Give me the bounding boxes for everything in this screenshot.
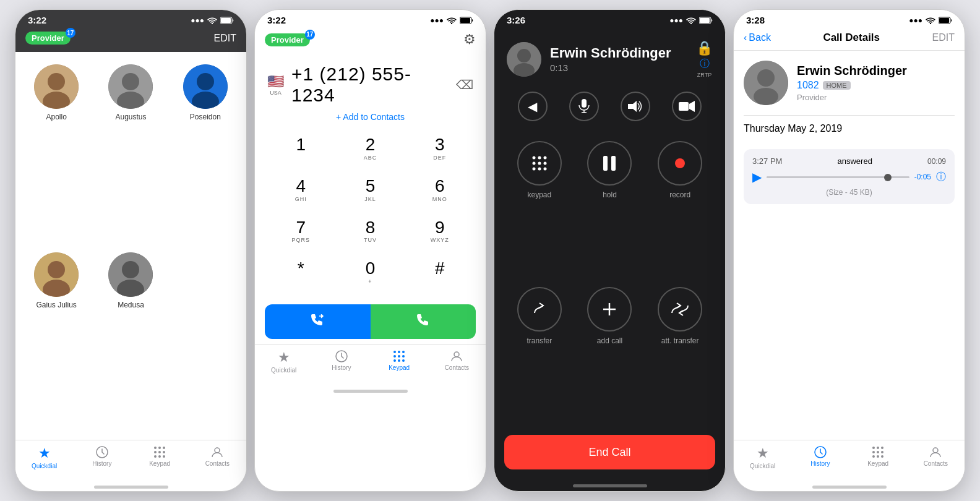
dial-key-2[interactable]: 2ABC xyxy=(337,129,403,168)
svg-point-77 xyxy=(881,447,883,449)
svg-point-36 xyxy=(393,355,396,358)
status-icons-2: ●●● xyxy=(430,16,473,25)
att-transfer-button[interactable]: att. transfer xyxy=(650,287,710,423)
list-item[interactable]: Apollo xyxy=(25,64,87,240)
keypad-button[interactable]: keypad xyxy=(509,141,570,277)
tab-label: Contacts xyxy=(445,364,469,371)
svg-point-0 xyxy=(212,22,213,24)
tab-quickdial-4[interactable]: ★ Quickdial xyxy=(734,445,791,469)
signal-icon: ●●● xyxy=(669,16,683,25)
edit-button[interactable]: EDIT xyxy=(214,33,236,44)
svg-point-43 xyxy=(690,22,692,24)
page-title: Call Details xyxy=(823,32,880,44)
svg-point-73 xyxy=(754,88,778,105)
recording-size: (Size - 45 KB) xyxy=(752,188,946,197)
keypad-label: keypad xyxy=(527,191,551,199)
end-call-button[interactable]: End Call xyxy=(504,435,715,469)
star-icon: ★ xyxy=(757,445,769,461)
screen1-header: Provider 17 EDIT xyxy=(15,28,246,52)
hold-button[interactable]: hold xyxy=(580,141,640,277)
transfer-button[interactable]: transfer xyxy=(509,287,570,423)
tab-bar-1: ★ Quickdial History Keypad Contacts xyxy=(15,440,246,482)
dial-key-0[interactable]: 0+ xyxy=(337,253,403,292)
caller-avatar xyxy=(507,42,541,77)
att-transfer-circle xyxy=(658,287,702,332)
speaker-button[interactable] xyxy=(621,92,650,121)
tab-quickdial[interactable]: ★ Quickdial xyxy=(15,445,73,469)
tab-bar-2: ★ Quickdial History Keypad Contacts xyxy=(255,344,486,386)
call-button[interactable] xyxy=(371,304,476,339)
tab-history-2[interactable]: History xyxy=(312,349,370,374)
tab-history[interactable]: History xyxy=(73,445,131,469)
contact-name: Augustus xyxy=(115,113,146,121)
dial-key-hash[interactable]: # xyxy=(406,253,473,292)
recording-header: 3:27 PM answered 00:09 xyxy=(752,156,946,166)
play-button[interactable]: ▶ xyxy=(752,169,762,184)
star-icon: ★ xyxy=(278,349,290,366)
provider-badge-2[interactable]: Provider 17 xyxy=(265,33,310,46)
recording-time: 3:27 PM xyxy=(752,156,782,166)
wifi-icon xyxy=(207,17,217,24)
wifi-icon xyxy=(686,17,696,24)
tab-keypad[interactable]: Keypad xyxy=(131,445,189,469)
dial-key-5[interactable]: 5JKL xyxy=(337,171,403,210)
status-time-3: 3:26 xyxy=(507,15,525,25)
tab-label: History xyxy=(332,364,351,371)
screen-keypad: 3:22 ●●● Provider 17 ⚙ 🇺🇸 USA +1 (212) 5… xyxy=(254,9,486,492)
spacer xyxy=(734,204,965,440)
screen-active-call: 3:26 ●●● Erwin Schrödinger 0:13 🔒 ⓘ ZRTP… xyxy=(494,9,726,492)
dial-key-8[interactable]: 8TUV xyxy=(337,212,403,251)
tab-quickdial-2[interactable]: ★ Quickdial xyxy=(255,349,312,374)
dial-key-1[interactable]: 1 xyxy=(267,129,334,168)
detail-info: Erwin Schrödinger 1082 HOME Provider xyxy=(797,64,955,102)
svg-point-42 xyxy=(454,352,459,357)
lock-icon: 🔒 xyxy=(696,40,713,56)
tab-contacts-4[interactable]: Contacts xyxy=(907,445,965,469)
progress-bar[interactable] xyxy=(767,176,909,178)
dial-key-6[interactable]: 6MNO xyxy=(406,171,473,210)
dial-key-3[interactable]: 3DEF xyxy=(406,129,473,168)
list-item[interactable]: Gaius Julius xyxy=(25,252,87,428)
add-call-button[interactable]: add call xyxy=(580,287,640,423)
list-item[interactable]: Medusa xyxy=(100,252,161,428)
call-action-buttons xyxy=(265,304,476,339)
gear-icon[interactable]: ⚙ xyxy=(463,32,476,48)
battery-icon xyxy=(699,17,713,24)
list-item[interactable]: Augustus xyxy=(100,64,161,240)
info-icon[interactable]: ⓘ xyxy=(936,171,946,184)
contacts-grid: Apollo Augustus Poseidon Gaius Julius Me… xyxy=(15,52,246,440)
tab-keypad-4[interactable]: Keypad xyxy=(849,445,907,469)
dial-key-9[interactable]: 9WXYZ xyxy=(406,212,473,251)
svg-point-20 xyxy=(158,447,161,449)
svg-point-37 xyxy=(398,355,400,358)
dial-key-7[interactable]: 7PQRS xyxy=(267,212,334,251)
screen4-header: ‹ Back Call Details EDIT xyxy=(734,28,965,51)
redial-button[interactable] xyxy=(265,304,371,339)
tab-contacts-2[interactable]: Contacts xyxy=(428,349,486,374)
call-header: Erwin Schrödinger 0:13 🔒 ⓘ ZRTP xyxy=(494,28,725,84)
provider-badge[interactable]: Provider 17 xyxy=(25,32,71,45)
svg-point-24 xyxy=(163,451,165,453)
tab-keypad-2[interactable]: Keypad xyxy=(371,349,428,374)
edit-button[interactable]: EDIT xyxy=(932,32,955,43)
tab-label: Contacts xyxy=(924,460,948,467)
number-display: 🇺🇸 USA +1 (212) 555-1234 ⌫ xyxy=(255,54,486,109)
dial-key-4[interactable]: 4GHI xyxy=(267,171,334,210)
mute-button[interactable] xyxy=(569,92,599,121)
tab-history-4[interactable]: History xyxy=(791,445,849,469)
screen-quickdial: 3:22 ●●● Provider 17 EDIT Apollo xyxy=(15,9,247,492)
video-button[interactable] xyxy=(672,92,702,121)
delete-button[interactable]: ⌫ xyxy=(456,77,473,92)
list-item[interactable]: Poseidon xyxy=(174,64,236,240)
add-call-circle xyxy=(587,287,632,332)
record-button[interactable]: record xyxy=(650,141,710,277)
tab-contacts[interactable]: Contacts xyxy=(189,445,246,469)
svg-point-38 xyxy=(402,355,405,358)
contacts-icon xyxy=(210,445,224,459)
dial-key-star[interactable]: * xyxy=(267,253,334,292)
add-to-contacts[interactable]: + Add to Contacts xyxy=(255,109,486,129)
back-button[interactable]: ‹ Back xyxy=(744,32,771,43)
back-button[interactable]: ◀ xyxy=(518,92,548,121)
contact-name: Erwin Schrödinger xyxy=(797,64,955,78)
tab-label: Quickdial xyxy=(750,463,775,469)
